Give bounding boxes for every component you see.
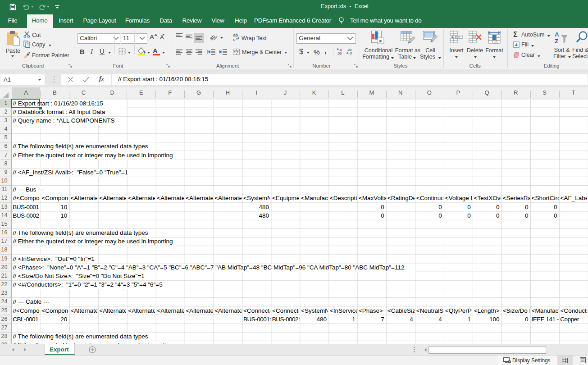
svg-text:A: A <box>555 31 559 38</box>
svg-text:.0: .0 <box>349 51 352 55</box>
svg-text:ab: ab <box>209 33 216 41</box>
svg-text:≠: ≠ <box>379 38 382 44</box>
svg-text:.00: .00 <box>337 51 342 55</box>
svg-text:Z: Z <box>555 38 558 44</box>
svg-text:c: c <box>233 36 236 41</box>
